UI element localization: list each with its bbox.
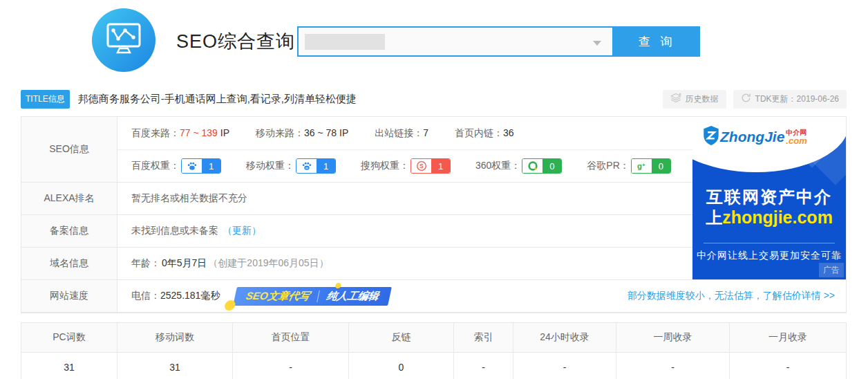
google-pr: 谷歌PR： g+ 0 bbox=[587, 158, 670, 174]
row-label-speed: 网站速度 bbox=[21, 280, 117, 312]
search-area: 查 询 bbox=[297, 26, 700, 57]
ad-divider bbox=[704, 243, 835, 243]
mobile-traffic: 移动来路：36 ~ 78 IP bbox=[256, 127, 348, 140]
chevron-down-icon[interactable] bbox=[593, 41, 601, 46]
paw-icon: m bbox=[296, 159, 317, 173]
value-index: - bbox=[454, 353, 513, 379]
stats-header-row: PC词数 移动词数 首页位置 反链 索引 24小时收录 一周收录 一月收录 bbox=[21, 323, 846, 353]
col-header-week: 一周收录 bbox=[616, 323, 730, 352]
value-pc-words: 31 bbox=[21, 353, 117, 379]
col-header-home-position: 首页位置 bbox=[233, 323, 349, 352]
speed-row: 网站速度 电信： 2525.181毫秒 SEO文章代写 纯人工编辑 部分数据维度… bbox=[21, 280, 846, 313]
row-label-beian: 备案信息 bbox=[21, 215, 117, 247]
value-backlinks: 0 bbox=[349, 353, 454, 379]
zhongjie-logo: ZhongJie 中介网 .com bbox=[702, 125, 807, 149]
col-header-month: 一月收录 bbox=[730, 323, 846, 352]
stats-value-row: 31 31 - 0 - - - - bbox=[21, 353, 846, 379]
mobile-weight: 移动权重： m 1 bbox=[246, 158, 336, 174]
tdk-update-button[interactable]: TDK更新：2019-06-26 bbox=[733, 90, 847, 109]
google-pr-badge[interactable]: g+ 0 bbox=[631, 158, 671, 174]
layers-icon bbox=[670, 93, 681, 105]
ad-slogan: 中介网让线上交易更加安全可靠 bbox=[692, 250, 846, 262]
row-label-seo: SEO信息 bbox=[21, 117, 117, 182]
seo-article-promo-banner[interactable]: SEO文章代写 纯人工编辑 bbox=[234, 287, 392, 306]
url-input[interactable] bbox=[297, 26, 614, 57]
refresh-icon bbox=[741, 93, 751, 105]
telecom-label: 电信： bbox=[131, 290, 160, 302]
row-label-alexa: ALEXA排名 bbox=[21, 183, 117, 214]
page-title: SEO综合查询 bbox=[176, 29, 295, 54]
value-week: - bbox=[616, 353, 730, 379]
keyword-stats-table: PC词数 移动词数 首页位置 反链 索引 24小时收录 一周收录 一月收录 31… bbox=[21, 322, 847, 379]
value-mobile-words: 31 bbox=[117, 353, 233, 379]
ad-headline-2: 上zhongjie.com bbox=[692, 207, 846, 229]
sogou-weight-badge[interactable]: S 1 bbox=[411, 158, 451, 174]
value-month: - bbox=[730, 353, 846, 379]
speed-value: 2525.181毫秒 bbox=[160, 290, 220, 302]
seo-overview-table: SEO信息 百度来路：77 ~ 139 IP 移动来路：36 ~ 78 IP 出… bbox=[21, 116, 847, 313]
baidu-weight: 百度权重： 1 bbox=[131, 158, 221, 174]
svg-text:S: S bbox=[419, 163, 424, 169]
monitor-chart-icon bbox=[105, 21, 142, 59]
domain-created-date: （创建于2019年06月05日） bbox=[208, 257, 328, 270]
360-weight-badge[interactable]: 0 bbox=[522, 158, 562, 174]
value-home-position: - bbox=[233, 353, 349, 379]
360-weight: 360权重： 0 bbox=[475, 158, 562, 174]
paw-icon bbox=[182, 159, 202, 173]
baidu-weight-badge[interactable]: 1 bbox=[181, 158, 221, 174]
svg-text:m: m bbox=[305, 166, 308, 169]
gplus-icon: g+ bbox=[632, 159, 652, 173]
homepage-inner-links: 首页内链：36 bbox=[455, 127, 514, 140]
history-data-button[interactable]: 历史数据 bbox=[663, 90, 726, 109]
estimate-detail-link[interactable]: 部分数据维度较小，无法估算，了解估价详情 >> bbox=[628, 290, 835, 302]
col-header-backlinks: 反链 bbox=[349, 323, 454, 352]
baidu-traffic: 百度来路：77 ~ 139 IP bbox=[131, 127, 229, 140]
green-ring-icon bbox=[522, 159, 542, 173]
ad-headline-1: 互联网资产中介 bbox=[692, 186, 846, 208]
shield-icon bbox=[702, 125, 720, 149]
site-title-text: 邦德商务服务公司-手机通话网上查询,看记录,列清单轻松便捷 bbox=[78, 93, 357, 106]
beian-value: 未找到信息或未备案 bbox=[131, 225, 218, 237]
domain-age-value: 0年5月7日 bbox=[162, 257, 207, 270]
col-header-24h: 24小时收录 bbox=[513, 323, 616, 352]
s-circle-icon: S bbox=[411, 159, 431, 173]
alexa-value: 暂无排名或相关数据不充分 bbox=[131, 192, 247, 205]
svg-text:+: + bbox=[643, 162, 645, 168]
svg-text:g: g bbox=[637, 162, 642, 170]
domain-age-label: 年龄： bbox=[131, 257, 160, 270]
title-bar: TITLE信息 邦德商务服务公司-手机通话网上查询,看记录,列清单轻松便捷 历史… bbox=[21, 89, 847, 109]
value-24h: - bbox=[513, 353, 616, 379]
zhongjie-ad-banner[interactable]: ZhongJie 中介网 .com 互联网资产中介 上zhongjie.com … bbox=[692, 117, 846, 279]
beian-update-link[interactable]: （更新） bbox=[223, 225, 261, 237]
censored-url-value bbox=[305, 34, 385, 50]
col-header-mobile-words: 移动词数 bbox=[117, 323, 233, 352]
title-info-badge: TITLE信息 bbox=[21, 90, 70, 109]
col-header-pc-words: PC词数 bbox=[21, 323, 117, 352]
outbound-links: 出站链接：7 bbox=[375, 127, 428, 140]
mobile-weight-badge[interactable]: m 1 bbox=[296, 158, 336, 174]
top-bar: SEO综合查询 查 询 bbox=[0, 0, 868, 82]
app-logo bbox=[92, 8, 155, 72]
sogou-weight: 搜狗权重： S 1 bbox=[361, 158, 451, 174]
query-button[interactable]: 查 询 bbox=[614, 26, 700, 57]
row-label-domain: 域名信息 bbox=[21, 248, 117, 279]
col-header-index: 索引 bbox=[454, 323, 513, 352]
ad-label: 广告 bbox=[819, 263, 844, 277]
